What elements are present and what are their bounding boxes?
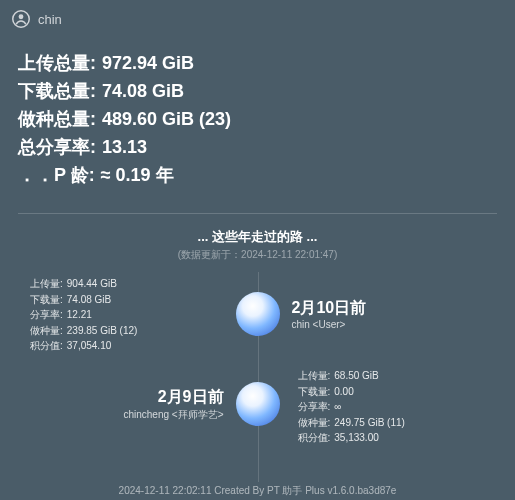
stat-upload: 上传总量: 972.94 GiB bbox=[18, 50, 497, 78]
globe-icon bbox=[236, 292, 280, 336]
detail-value: 0.00 bbox=[334, 384, 353, 400]
node-user: chincheng <拜师学艺> bbox=[123, 408, 223, 422]
detail-value: 12.21 bbox=[67, 307, 92, 323]
detail-value: ∞ bbox=[334, 399, 341, 415]
detail-value: 249.75 GiB (11) bbox=[334, 415, 405, 431]
snapshot-detail: 上传量:904.44 GiB 下载量:74.08 GiB 分享率:12.21 做… bbox=[30, 276, 210, 354]
detail-label: 上传量: bbox=[298, 368, 331, 384]
user-header: chin bbox=[0, 0, 515, 38]
detail-label: 做种量: bbox=[30, 323, 63, 339]
footer-text: 2024-12-11 22:02:11 Created By PT 助手 Plu… bbox=[0, 484, 515, 498]
timeline-node: 2月10日前 chin <User> bbox=[236, 292, 367, 336]
stat-label: 下载总量: bbox=[18, 78, 96, 106]
stat-label: 总分享率: bbox=[18, 134, 96, 162]
globe-icon bbox=[236, 382, 280, 426]
timeline: 上传量:904.44 GiB 下载量:74.08 GiB 分享率:12.21 做… bbox=[0, 272, 515, 482]
stat-download: 下载总量: 74.08 GiB bbox=[18, 78, 497, 106]
stats-block: 上传总量: 972.94 GiB 下载总量: 74.08 GiB 做种总量: 4… bbox=[0, 38, 515, 207]
detail-value: 239.85 GiB (12) bbox=[67, 323, 138, 339]
detail-value: 37,054.10 bbox=[67, 338, 112, 354]
detail-label: 分享率: bbox=[298, 399, 331, 415]
stat-value: 489.60 GiB (23) bbox=[102, 106, 231, 134]
detail-label: 下载量: bbox=[30, 292, 63, 308]
stat-age: ．．P 龄: ≈ 0.19 年 bbox=[18, 162, 497, 190]
node-date: 2月10日前 bbox=[292, 298, 367, 319]
stat-value: 13.13 bbox=[102, 134, 147, 162]
snapshot-detail: 上传量:68.50 GiB 下载量:0.00 分享率:∞ 做种量:249.75 … bbox=[298, 368, 478, 446]
stat-value: ≈ 0.19 年 bbox=[101, 162, 174, 190]
detail-value: 68.50 GiB bbox=[334, 368, 378, 384]
node-user: chin <User> bbox=[292, 319, 367, 330]
user-icon bbox=[12, 10, 30, 28]
detail-label: 下载量: bbox=[298, 384, 331, 400]
stat-label: 做种总量: bbox=[18, 106, 96, 134]
detail-label: 分享率: bbox=[30, 307, 63, 323]
timeline-subtitle: (数据更新于：2024-12-11 22:01:47) bbox=[0, 248, 515, 262]
detail-value: 35,133.00 bbox=[334, 430, 379, 446]
username: chin bbox=[38, 12, 62, 27]
detail-label: 积分值: bbox=[30, 338, 63, 354]
stat-seed: 做种总量: 489.60 GiB (23) bbox=[18, 106, 497, 134]
detail-label: 上传量: bbox=[30, 276, 63, 292]
detail-label: 做种量: bbox=[298, 415, 331, 431]
node-date: 2月9日前 bbox=[158, 387, 224, 408]
divider bbox=[18, 213, 497, 214]
stat-label: ．．P 龄: bbox=[18, 162, 95, 190]
timeline-title: ... 这些年走过的路 ... bbox=[0, 228, 515, 246]
detail-label: 积分值: bbox=[298, 430, 331, 446]
detail-value: 904.44 GiB bbox=[67, 276, 117, 292]
stat-value: 972.94 GiB bbox=[102, 50, 194, 78]
stat-label: 上传总量: bbox=[18, 50, 96, 78]
svg-point-1 bbox=[19, 14, 24, 19]
timeline-node: 2月9日前 chincheng <拜师学艺> bbox=[123, 382, 279, 426]
detail-value: 74.08 GiB bbox=[67, 292, 111, 308]
stat-ratio: 总分享率: 13.13 bbox=[18, 134, 497, 162]
stat-value: 74.08 GiB bbox=[102, 78, 184, 106]
